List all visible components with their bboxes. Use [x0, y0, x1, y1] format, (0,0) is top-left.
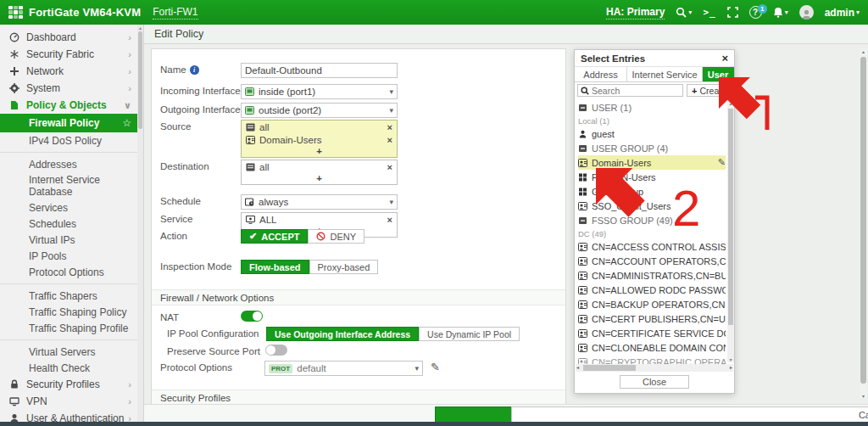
schedule-select[interactable]: always ▾ [241, 194, 398, 210]
list-horizontal-scrollbar[interactable]: ◂ ▸ [576, 364, 733, 372]
scrollbar-thumb[interactable] [583, 365, 636, 371]
cli-console-button[interactable]: >_ [703, 7, 715, 18]
ha-status[interactable]: HA: Primary [606, 6, 665, 20]
remove-icon[interactable]: × [387, 122, 392, 132]
scrollbar-thumb[interactable] [138, 31, 142, 129]
source-entry-all[interactable]: all × [242, 121, 397, 133]
edit-pencil-icon[interactable]: ✎ [718, 157, 726, 168]
use-dynamic-ip-pool-button[interactable]: Use Dynamic IP Pool [419, 327, 520, 341]
sidebar-item-security-profiles[interactable]: Security Profiles › [0, 376, 143, 393]
sidebar-item-traffic-shaping-profile[interactable]: Traffic Shaping Profile [0, 320, 143, 336]
sidebar-item-policy-objects[interactable]: Policy & Objects ∨ [0, 97, 143, 114]
sidebar-item-security-fabric[interactable]: Security Fabric › [0, 46, 143, 63]
accept-button[interactable]: ✔ACCEPT [241, 229, 308, 244]
list-item-sso-guest-users[interactable]: SSO_Guest_Users [578, 199, 726, 213]
scroll-left-icon[interactable]: ◂ [576, 364, 579, 372]
close-icon[interactable]: × [721, 52, 728, 64]
preserve-source-port-toggle[interactable] [265, 345, 287, 356]
favorite-star-icon[interactable]: ☆ [122, 117, 131, 129]
add-destination-button[interactable]: + [242, 173, 397, 184]
sidebar-item-system[interactable]: System › [0, 80, 143, 97]
list-item-cn-cryptographic-operators[interactable]: CN=CRYPTOGRAPHIC OPERATORS [578, 355, 726, 364]
sidebar-item-vpn[interactable]: VPN › [0, 393, 143, 410]
tab-address[interactable]: Address [575, 67, 627, 81]
hostname-link[interactable]: Forti-FW1 [153, 6, 198, 20]
sidebar-scrollbar[interactable]: ▴ ▾ [137, 25, 143, 426]
name-input[interactable] [241, 63, 398, 78]
alerts-button[interactable]: ▾ [773, 7, 788, 18]
sidebar-item-dashboard[interactable]: Dashboard › [0, 29, 143, 46]
sidebar-item-virtual-servers[interactable]: Virtual Servers [0, 344, 143, 360]
help-button[interactable]: ? 1 [749, 6, 762, 19]
list-section-user-group[interactable]: USER GROUP (4) [578, 141, 726, 155]
scroll-up-icon[interactable]: ▴ [727, 100, 734, 106]
scroll-right-icon[interactable]: ▸ [730, 364, 732, 372]
sidebar-item-internet-service-database[interactable]: Internet Service Database [0, 172, 143, 199]
sidebar-item-addresses[interactable]: Addresses [0, 156, 143, 172]
list-vertical-scrollbar[interactable]: ▴ ▾ [727, 100, 734, 362]
sidebar-item-schedules[interactable]: Schedules [0, 216, 143, 232]
list-item-cn-certificate-service[interactable]: CN=CERTIFICATE SERVICE DCOM A [578, 326, 726, 340]
search-button[interactable]: ▾ [676, 7, 692, 18]
list-section-fsso-group[interactable]: FSSO GROUP (49) [578, 213, 726, 227]
scroll-down-icon[interactable]: ▾ [860, 393, 867, 399]
source-entry-domain-users[interactable]: Domain-Users × [242, 133, 397, 146]
add-source-button[interactable]: + [242, 146, 397, 157]
scroll-down-icon[interactable]: ▾ [727, 356, 734, 362]
list-section-user[interactable]: USER (1) [578, 100, 726, 115]
avatar[interactable] [799, 5, 814, 20]
scrollbar-thumb[interactable] [860, 57, 866, 384]
list-item-cn-account-operators[interactable]: CN=ACCOUNT OPERATORS,CN=BU [578, 254, 726, 268]
list-item-fw-vpn-users[interactable]: FW-VPN-Users [578, 170, 726, 184]
create-button[interactable]: +Create [687, 84, 732, 97]
scroll-up-icon[interactable]: ▴ [860, 48, 867, 54]
list-item-cn-administrators[interactable]: CN=ADMINISTRATORS,CN=BUILTIN [578, 268, 726, 283]
use-outgoing-interface-address-button[interactable]: Use Outgoing Interface Address [266, 327, 419, 341]
sidebar-item-virtual-ips[interactable]: Virtual IPs [0, 232, 143, 248]
sidebar-item-network[interactable]: Network › [0, 63, 143, 80]
search-box[interactable] [577, 84, 683, 97]
list-item-cn-cert-publishers[interactable]: CN=CERT PUBLISHERS,CN=USERS,D [578, 311, 726, 326]
remove-icon[interactable]: × [387, 135, 392, 145]
remove-icon[interactable]: × [387, 162, 392, 172]
outgoing-interface-select[interactable]: outside (port2) ▾ [241, 103, 398, 118]
flow-based-button[interactable]: Flow-based [241, 260, 309, 274]
list-item-cn-access-control[interactable]: CN=ACCESS CONTROL ASSISTANCE [578, 239, 726, 254]
list-item-domain-users[interactable]: Domain-Users ✎ [578, 155, 726, 170]
fullscreen-button[interactable] [727, 7, 738, 18]
panel-tabs: Address Internet Service User [575, 67, 734, 82]
protocol-options-select[interactable]: PROT default ▾ [264, 361, 423, 376]
sidebar-item-ip-pools[interactable]: IP Pools [0, 248, 143, 264]
remove-icon[interactable]: × [387, 215, 392, 225]
deny-button[interactable]: DENY [308, 229, 364, 244]
cancel-button[interactable]: Cancel [511, 406, 868, 423]
list-item-cn-allowed-rodc[interactable]: CN=ALLOWED RODC PASSWORD RI [578, 283, 726, 297]
sidebar-item-ipv4-dos-policy[interactable]: IPv4 DoS Policy [0, 132, 143, 149]
list-item-guest[interactable]: guest [578, 126, 726, 141]
service-entry-all[interactable]: ALL × [242, 213, 397, 226]
sidebar-item-traffic-shaping-policy[interactable]: Traffic Shaping Policy [0, 304, 143, 320]
scrollbar-thumb[interactable] [728, 109, 733, 325]
list-item-cn-backup-operators[interactable]: CN=BACKUP OPERATORS,CN=BUILT [578, 297, 726, 311]
user-menu[interactable]: admin ▾ [825, 7, 860, 19]
content-scrollbar[interactable]: ▴ ▾ [860, 48, 867, 399]
tab-internet-service[interactable]: Internet Service [627, 67, 703, 81]
tab-user[interactable]: User [703, 67, 734, 81]
list-item-guest-group[interactable]: Guest-group [578, 184, 726, 199]
sidebar-item-traffic-shapers[interactable]: Traffic Shapers [0, 288, 143, 304]
list-item-cn-cloneable-domain[interactable]: CN=CLONEABLE DOMAIN CONTRO [578, 340, 726, 355]
destination-entry-all[interactable]: all × [242, 160, 397, 173]
close-button[interactable]: Close [620, 375, 689, 389]
sidebar-item-services[interactable]: Services [0, 199, 143, 216]
incoming-interface-select[interactable]: inside (port1) ▾ [241, 84, 398, 99]
source-box[interactable]: all × Domain-Users × + [241, 120, 398, 158]
edit-pencil-icon[interactable]: ✎ [431, 361, 440, 373]
sidebar-item-health-check[interactable]: Health Check [0, 360, 143, 376]
destination-box[interactable]: all × + [241, 160, 398, 185]
scroll-up-icon[interactable]: ▴ [137, 25, 143, 31]
nat-toggle[interactable] [241, 311, 263, 322]
search-input[interactable] [592, 86, 659, 96]
sidebar-item-firewall-policy[interactable]: Firewall Policy ☆ [0, 114, 143, 132]
sidebar-item-protocol-options[interactable]: Protocol Options [0, 264, 143, 280]
proxy-based-button[interactable]: Proxy-based [309, 260, 379, 274]
